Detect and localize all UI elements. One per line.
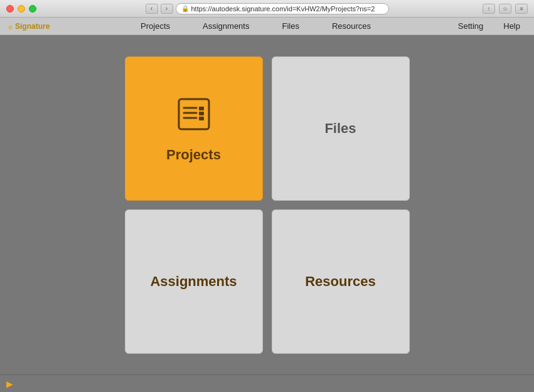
maximize-button[interactable] xyxy=(29,5,36,13)
play-icon[interactable]: ▶ xyxy=(6,379,13,389)
nav-menu: Projects Assignments Files Resources xyxy=(57,19,454,33)
svg-rect-6 xyxy=(199,117,204,120)
nav-resources[interactable]: Resources xyxy=(328,19,375,33)
logo-text: Signature xyxy=(15,22,50,31)
title-bar: ‹ › 🔒 https://autodesk.signature.com/id=… xyxy=(0,0,534,18)
close-button[interactable] xyxy=(6,5,14,13)
nav-setting[interactable]: Setting xyxy=(454,19,487,33)
address-bar[interactable]: 🔒 https://autodesk.signature.com/id=KvHW… xyxy=(176,3,389,14)
logo-icon: ⬦ xyxy=(8,21,13,31)
tile-assignments-label: Assignments xyxy=(150,273,237,290)
traffic-lights xyxy=(6,5,36,13)
tile-projects-label: Projects xyxy=(166,147,221,163)
svg-rect-0 xyxy=(179,99,209,129)
nav-projects[interactable]: Projects xyxy=(137,19,174,33)
tile-resources-label: Resources xyxy=(305,273,376,290)
address-bar-wrap: ‹ › 🔒 https://autodesk.signature.com/id=… xyxy=(146,3,389,14)
main-content: Projects Files Assignments Resources xyxy=(0,35,534,374)
tb-bookmark-button[interactable]: ☆ xyxy=(499,4,511,14)
title-bar-right-buttons: ↑ ☆ ≡ xyxy=(483,4,528,14)
bottom-bar: ▶ xyxy=(0,374,534,392)
lock-icon: 🔒 xyxy=(181,5,189,13)
tb-menu-button[interactable]: ≡ xyxy=(515,4,528,14)
projects-icon xyxy=(174,94,214,138)
forward-button[interactable]: › xyxy=(161,4,173,14)
tile-resources[interactable]: Resources xyxy=(272,209,410,354)
tile-files[interactable]: Files xyxy=(272,56,410,201)
tile-assignments[interactable]: Assignments xyxy=(125,209,263,354)
nav-help[interactable]: Help xyxy=(499,19,524,33)
menu-right: Setting Help xyxy=(454,19,534,33)
minimize-button[interactable] xyxy=(18,5,25,13)
tile-grid: Projects Files Assignments Resources xyxy=(125,56,410,354)
nav-assignments[interactable]: Assignments xyxy=(199,19,253,33)
tb-share-button[interactable]: ↑ xyxy=(483,4,495,14)
app-logo[interactable]: ⬦ Signature xyxy=(0,21,57,31)
tile-files-label: Files xyxy=(324,120,356,137)
menu-bar: ⬦ Signature Projects Assignments Files R… xyxy=(0,18,534,35)
back-button[interactable]: ‹ xyxy=(146,4,158,14)
nav-files[interactable]: Files xyxy=(278,19,302,33)
url-text: https://autodesk.signature.com/id=KvHW2/… xyxy=(191,5,375,13)
svg-rect-5 xyxy=(199,112,204,115)
svg-rect-4 xyxy=(199,107,204,110)
tile-projects[interactable]: Projects xyxy=(125,56,263,201)
